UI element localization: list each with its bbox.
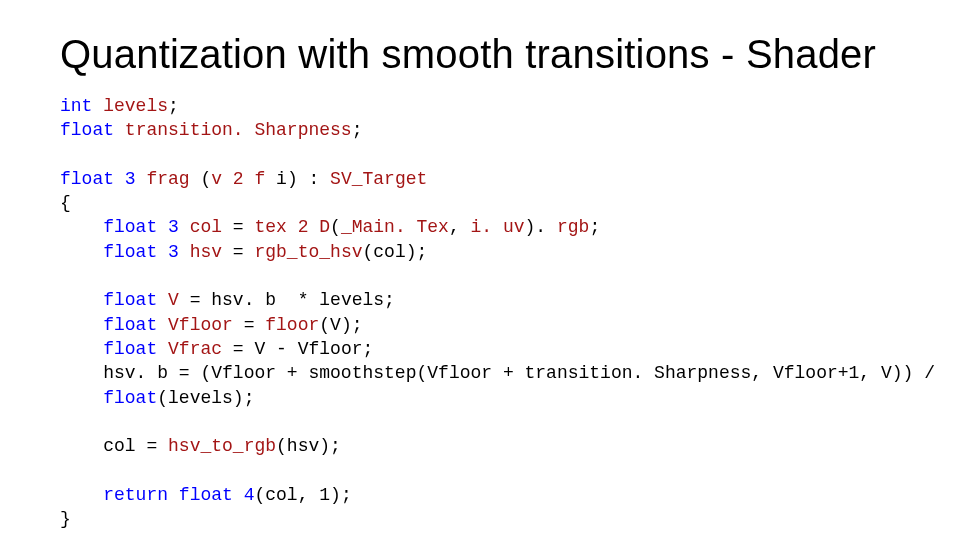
code-text: = bbox=[222, 242, 254, 262]
code-text: ). bbox=[525, 217, 557, 237]
code-text: = bbox=[222, 217, 254, 237]
code-text: (col); bbox=[363, 242, 428, 262]
indent bbox=[60, 485, 103, 505]
ident-transition-sharpness: transition. Sharpness bbox=[125, 120, 352, 140]
slide-title: Quantization with smooth transitions - S… bbox=[60, 32, 900, 76]
brace-close: } bbox=[60, 509, 71, 529]
keyword-return: return bbox=[103, 485, 168, 505]
ident-vfrac: Vfrac bbox=[168, 339, 222, 359]
ident-levels: levels bbox=[103, 96, 168, 116]
ident-col: col bbox=[190, 217, 222, 237]
code-text: ; bbox=[589, 217, 600, 237]
ident-hsv-to-rgb: hsv_to_rgb bbox=[168, 436, 276, 456]
code-text: ; bbox=[168, 96, 179, 116]
indent bbox=[60, 388, 103, 408]
code-text: (levels); bbox=[157, 388, 254, 408]
slide: Quantization with smooth transitions - S… bbox=[0, 0, 960, 540]
keyword-int: int bbox=[60, 96, 92, 116]
ident-v2f: v 2 f bbox=[211, 169, 265, 189]
code-text: (V); bbox=[319, 315, 362, 335]
keyword-float3: float 3 bbox=[103, 217, 179, 237]
code-text: (hsv); bbox=[276, 436, 341, 456]
ident-svtarget: SV_Target bbox=[330, 169, 427, 189]
indent bbox=[60, 290, 103, 310]
ident-iuv: i. uv bbox=[471, 217, 525, 237]
code-text: hsv. b = (Vfloor + smoothstep(Vfloor + t… bbox=[103, 363, 935, 383]
keyword-float-cast: float bbox=[103, 388, 157, 408]
ident-floor: floor bbox=[265, 315, 319, 335]
keyword-float3: float 3 bbox=[60, 169, 136, 189]
indent bbox=[60, 339, 103, 359]
indent bbox=[60, 363, 103, 383]
code-text: (col, 1); bbox=[254, 485, 351, 505]
code-text: i) : bbox=[265, 169, 330, 189]
indent bbox=[60, 436, 103, 456]
keyword-float: float bbox=[103, 290, 157, 310]
code-text: , bbox=[449, 217, 471, 237]
brace-open: { bbox=[60, 193, 71, 213]
code-block: int levels; float transition. Sharpness;… bbox=[60, 94, 900, 531]
code-text: ( bbox=[190, 169, 212, 189]
keyword-float: float bbox=[103, 339, 157, 359]
code-text: = V - Vfloor; bbox=[222, 339, 373, 359]
code-text: = bbox=[233, 315, 265, 335]
ident-rgb: rgb bbox=[557, 217, 589, 237]
ident-v: V bbox=[168, 290, 179, 310]
code-text bbox=[168, 485, 179, 505]
keyword-float3: float 3 bbox=[103, 242, 179, 262]
ident-frag: frag bbox=[146, 169, 189, 189]
keyword-float: float bbox=[103, 315, 157, 335]
ident-hsv: hsv bbox=[190, 242, 222, 262]
ident-vfloor: Vfloor bbox=[168, 315, 233, 335]
code-text: col = bbox=[103, 436, 168, 456]
keyword-float: float bbox=[60, 120, 114, 140]
ident-tex2d: tex 2 D bbox=[254, 217, 330, 237]
code-text: ( bbox=[330, 217, 341, 237]
code-text: ; bbox=[352, 120, 363, 140]
ident-rgb-to-hsv: rgb_to_hsv bbox=[254, 242, 362, 262]
ident-maintex: _Main. Tex bbox=[341, 217, 449, 237]
indent bbox=[60, 217, 103, 237]
keyword-float4: float 4 bbox=[179, 485, 255, 505]
indent bbox=[60, 315, 103, 335]
indent bbox=[60, 242, 103, 262]
code-text: = hsv. b * levels; bbox=[179, 290, 395, 310]
